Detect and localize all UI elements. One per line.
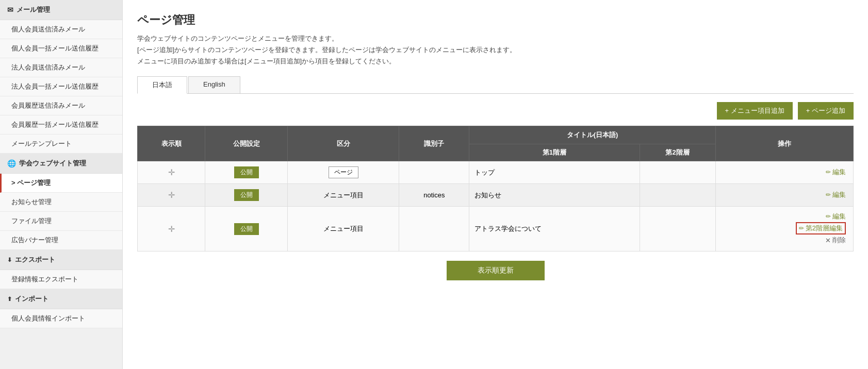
toolbar: + メニュー項目追加 + ページ追加: [137, 102, 854, 120]
sidebar: ✉ メール管理 個人会員送信済みメール 個人会員一括メール送信履歴 法人会員送信…: [0, 0, 123, 369]
identifier-cell: notices: [399, 184, 469, 207]
level1-cell: アトラス学会について: [469, 207, 640, 251]
add-menu-item-button[interactable]: + メニュー項目追加: [717, 102, 793, 120]
drag-icon: ✛: [168, 168, 175, 177]
sidebar-section-export: ⬇ エクスポート: [0, 250, 122, 270]
upload-icon: ⬆: [7, 296, 12, 303]
tab-english[interactable]: English: [188, 76, 240, 93]
update-order-button[interactable]: 表示順更新: [447, 261, 545, 280]
col-level1: 第1階層: [469, 144, 640, 161]
table-row: ✛公開ページトップ✏ 編集: [138, 161, 854, 184]
language-tabs: 日本語 English: [137, 76, 854, 94]
identifier-cell: [399, 207, 469, 251]
sidebar-item-corp-sent[interactable]: 法人会員送信済みメール: [0, 58, 122, 77]
publish-badge: 公開: [234, 223, 259, 235]
arrow-icon: >: [11, 179, 17, 187]
level2-cell: [640, 207, 715, 251]
publish-status: 公開: [205, 161, 288, 184]
action-row: ✏ 編集: [721, 167, 846, 177]
action-row: ✏ 編集: [721, 212, 846, 221]
pencil-icon: ✏: [826, 191, 831, 198]
tab-japanese[interactable]: 日本語: [137, 76, 187, 94]
level2-cell: [640, 161, 715, 184]
action-delete-link[interactable]: ✕ 削除: [825, 236, 846, 245]
sidebar-item-banner[interactable]: 広告バナー管理: [0, 231, 122, 250]
sidebar-section-web: 🌐 学会ウェブサイト管理: [0, 154, 122, 174]
type-cell: メニュー項目: [287, 207, 399, 251]
pencil-icon: ✏: [826, 169, 831, 176]
sidebar-item-news[interactable]: お知らせ管理: [0, 193, 122, 212]
publish-status: 公開: [205, 207, 288, 251]
actions-cell: ✏ 編集✏ 第2階層編集✕ 削除: [715, 207, 853, 251]
level1-cell: トップ: [469, 161, 640, 184]
sidebar-item-mail-template[interactable]: メールテンプレート: [0, 135, 122, 154]
pages-table: 表示順 公開設定 区分 識別子 タイトル(日本語) 操作 第1階層 第2階層 ✛…: [137, 126, 854, 251]
publish-status: 公開: [205, 184, 288, 207]
add-page-button[interactable]: + ページ追加: [798, 102, 854, 120]
col-publish: 公開設定: [205, 126, 288, 161]
page-title: ページ管理: [137, 12, 854, 28]
col-title: タイトル(日本語): [469, 126, 715, 144]
drag-icon: ✛: [168, 225, 175, 233]
type-cell: ページ: [287, 161, 399, 184]
col-type: 区分: [287, 126, 399, 161]
globe-icon: 🌐: [7, 159, 16, 167]
main-content: ページ管理 学会ウェブサイトのコンテンツページとメニューを管理できます。 [ペー…: [123, 0, 868, 369]
action-edit-link[interactable]: ✏ 編集: [826, 212, 846, 221]
pencil-icon: ✏: [826, 213, 831, 220]
action-edit-link[interactable]: ✏ 編集: [826, 167, 846, 177]
drag-handle[interactable]: ✛: [138, 184, 205, 207]
page-description: 学会ウェブサイトのコンテンツページとメニューを管理できます。 [ページ追加]から…: [137, 33, 854, 67]
sidebar-item-history-bulk[interactable]: 会員履歴一括メール送信履歴: [0, 115, 122, 135]
sidebar-item-history-sent[interactable]: 会員履歴送信済みメール: [0, 96, 122, 115]
col-identifier: 識別子: [399, 126, 469, 161]
sidebar-item-page-management[interactable]: > ページ管理: [0, 174, 122, 193]
publish-badge: 公開: [234, 166, 259, 178]
identifier-cell: [399, 161, 469, 184]
mail-icon: ✉: [7, 6, 13, 14]
sidebar-section-mail: ✉ メール管理: [0, 0, 122, 20]
level1-cell: お知らせ: [469, 184, 640, 207]
col-level2: 第2階層: [640, 144, 715, 161]
sidebar-item-personal-bulk[interactable]: 個人会員一括メール送信履歴: [0, 39, 122, 58]
publish-badge: 公開: [234, 189, 259, 201]
type-badge: ページ: [329, 166, 358, 178]
sidebar-item-personal-sent[interactable]: 個人会員送信済みメール: [0, 20, 122, 39]
sidebar-item-corp-bulk[interactable]: 法人会員一括メール送信履歴: [0, 77, 122, 96]
sidebar-item-file[interactable]: ファイル管理: [0, 212, 122, 231]
table-row: ✛公開メニュー項目noticesお知らせ✏ 編集: [138, 184, 854, 207]
update-btn-row: 表示順更新: [137, 261, 854, 280]
actions-cell: ✏ 編集: [715, 184, 853, 207]
sidebar-item-export[interactable]: 登録情報エクスポート: [0, 270, 122, 289]
download-icon: ⬇: [7, 257, 12, 263]
action-row: ✏ 第2階層編集: [721, 222, 846, 234]
actions-cell: ✏ 編集: [715, 161, 853, 184]
drag-icon: ✛: [168, 191, 175, 199]
action-edit-link[interactable]: ✏ 編集: [826, 190, 846, 199]
level2-cell: [640, 184, 715, 207]
action-edit2-link[interactable]: ✏ 第2階層編集: [796, 222, 846, 234]
type-cell: メニュー項目: [287, 184, 399, 207]
table-row: ✛公開メニュー項目アトラス学会について✏ 編集✏ 第2階層編集✕ 削除: [138, 207, 854, 251]
x-icon: ✕: [825, 237, 831, 244]
drag-handle[interactable]: ✛: [138, 207, 205, 251]
sidebar-section-import: ⬆ インポート: [0, 289, 122, 309]
col-order: 表示順: [138, 126, 205, 161]
action-row: ✕ 削除: [721, 236, 846, 245]
sidebar-item-import[interactable]: 個人会員情報インポート: [0, 309, 122, 328]
col-action: 操作: [715, 126, 853, 161]
action-row: ✏ 編集: [721, 190, 846, 199]
pencil-icon: ✏: [799, 225, 804, 232]
drag-handle[interactable]: ✛: [138, 161, 205, 184]
